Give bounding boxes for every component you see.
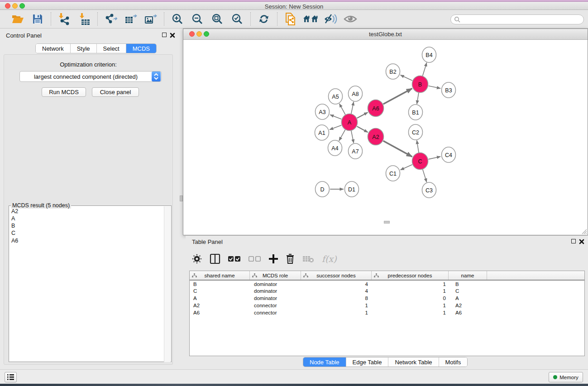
tab-network-table[interactable]: Network Table bbox=[388, 357, 439, 367]
edge-B-B3[interactable] bbox=[429, 86, 441, 88]
trash-icon[interactable] bbox=[286, 254, 295, 264]
edge-B-B2[interactable] bbox=[401, 75, 412, 81]
edge-B-B1[interactable] bbox=[417, 93, 419, 104]
column-header-MCDS-role[interactable]: MCDS role bbox=[250, 271, 301, 280]
function-builder-icon[interactable]: f(x) bbox=[322, 254, 337, 264]
node-B1[interactable]: B1 bbox=[409, 105, 423, 120]
network-window-titlebar[interactable]: testGlobe.txt bbox=[183, 29, 588, 40]
window-resize-grip[interactable] bbox=[581, 229, 587, 234]
network-canvas[interactable]: AA6A2BCA1A3A4A5A7A8B1B2B3B4C1C2C3C4DD1 bbox=[183, 40, 588, 235]
save-session-button[interactable] bbox=[30, 12, 45, 26]
export-network-button[interactable] bbox=[103, 12, 119, 26]
column-header-successor-nodes[interactable]: successor nodes bbox=[301, 271, 372, 280]
zoom-in-button[interactable] bbox=[170, 12, 185, 26]
hide-details-button[interactable] bbox=[323, 12, 338, 26]
table-row[interactable]: Bdominator41B bbox=[190, 281, 584, 288]
search-input[interactable] bbox=[450, 14, 584, 24]
node-B4[interactable]: B4 bbox=[422, 47, 436, 62]
node-D1[interactable]: D1 bbox=[345, 181, 359, 197]
column-header-shared-name[interactable]: shared name bbox=[190, 271, 250, 280]
edge-A2-C[interactable] bbox=[383, 141, 412, 157]
tab-motifs[interactable]: Motifs bbox=[439, 357, 468, 367]
import-table-button[interactable] bbox=[76, 12, 92, 26]
run-mcds-button[interactable]: Run MCDS bbox=[42, 87, 86, 97]
table-row[interactable]: Adominator80A bbox=[190, 295, 584, 302]
node-A5[interactable]: A5 bbox=[329, 89, 343, 104]
edge-A-A1[interactable] bbox=[330, 125, 341, 130]
node-B2[interactable]: B2 bbox=[386, 64, 400, 79]
node-A3[interactable]: A3 bbox=[316, 104, 330, 119]
node-A1[interactable]: A1 bbox=[315, 125, 329, 140]
import-network-button[interactable] bbox=[57, 12, 72, 26]
result-item[interactable]: A bbox=[10, 214, 164, 222]
delete-table-icon[interactable] bbox=[302, 255, 314, 263]
unchecked-boxes-icon[interactable] bbox=[249, 256, 261, 262]
task-history-button[interactable] bbox=[5, 372, 17, 382]
memory-button[interactable]: Memory bbox=[549, 372, 583, 382]
edge-A6-B[interactable] bbox=[383, 89, 412, 104]
table-row[interactable]: A2connector11A2 bbox=[190, 302, 584, 309]
tab-select[interactable]: Select bbox=[97, 44, 126, 53]
refresh-button[interactable] bbox=[256, 12, 272, 26]
edge-C-C4[interactable] bbox=[429, 157, 441, 159]
column-header-name[interactable]: name bbox=[449, 271, 487, 280]
edge-A-A7[interactable] bbox=[351, 131, 354, 143]
close-icon[interactable] bbox=[170, 33, 175, 38]
result-item[interactable]: C bbox=[10, 229, 164, 237]
edge-A-A8[interactable] bbox=[351, 102, 354, 114]
gear-icon[interactable] bbox=[192, 254, 202, 264]
export-table-button[interactable] bbox=[123, 12, 139, 26]
edge-C-C3[interactable] bbox=[423, 169, 427, 182]
checked-boxes-icon[interactable] bbox=[228, 256, 241, 262]
node-C4[interactable]: C4 bbox=[442, 147, 456, 162]
close-icon[interactable] bbox=[579, 239, 584, 244]
node-A2[interactable]: A2 bbox=[368, 129, 384, 145]
tab-network[interactable]: Network bbox=[36, 44, 71, 53]
edge-C-C1[interactable] bbox=[401, 165, 412, 170]
node-A6[interactable]: A6 bbox=[368, 100, 384, 117]
edge-C-C2[interactable] bbox=[417, 140, 419, 152]
node-A[interactable]: A bbox=[342, 114, 358, 131]
node-A8[interactable]: A8 bbox=[349, 86, 363, 101]
zoom-out-button[interactable] bbox=[190, 12, 205, 26]
node-B3[interactable]: B3 bbox=[442, 82, 456, 98]
houses-button[interactable] bbox=[303, 12, 318, 26]
tab-mcds[interactable]: MCDS bbox=[126, 44, 156, 53]
tab-edge-table[interactable]: Edge Table bbox=[346, 357, 389, 367]
tab-style[interactable]: Style bbox=[71, 44, 97, 53]
node-B[interactable]: B bbox=[412, 76, 428, 93]
edge-A-A2[interactable] bbox=[357, 126, 368, 132]
float-window-icon[interactable] bbox=[571, 239, 576, 243]
close-panel-button[interactable]: Close panel bbox=[92, 87, 139, 97]
zoom-fit-button[interactable] bbox=[210, 12, 225, 26]
zoom-selected-button[interactable] bbox=[229, 12, 245, 26]
node-A7[interactable]: A7 bbox=[349, 143, 363, 159]
result-item[interactable]: A6 bbox=[10, 237, 164, 244]
result-item[interactable]: A2 bbox=[10, 207, 164, 214]
table-row[interactable]: Cdominator41C bbox=[190, 288, 584, 295]
add-row-icon[interactable] bbox=[269, 254, 278, 263]
result-list-scrollbar[interactable] bbox=[164, 206, 171, 362]
node-D[interactable]: D bbox=[316, 181, 330, 197]
edge-A-A5[interactable] bbox=[339, 104, 345, 114]
edge-A-A3[interactable] bbox=[330, 115, 341, 119]
eye-button[interactable] bbox=[343, 12, 358, 26]
column-header-predecessor-nodes[interactable]: predecessor nodes bbox=[372, 271, 449, 280]
table-row[interactable]: A6connector11A6 bbox=[190, 309, 584, 316]
node-C[interactable]: C bbox=[412, 153, 428, 170]
edge-A-A6[interactable] bbox=[357, 112, 368, 118]
criterion-dropdown[interactable]: largest connected component (directed) bbox=[19, 71, 162, 82]
node-C1[interactable]: C1 bbox=[386, 166, 400, 181]
node-A4[interactable]: A4 bbox=[328, 140, 342, 156]
edge-A-A4[interactable] bbox=[339, 130, 345, 141]
mcds-result-list[interactable]: A2ABCA6 bbox=[10, 207, 164, 361]
pane-scrollbar-thumb[interactable] bbox=[180, 195, 183, 201]
tab-node-table[interactable]: Node Table bbox=[303, 357, 346, 367]
columns-icon[interactable] bbox=[210, 253, 220, 264]
result-item[interactable]: B bbox=[10, 222, 164, 229]
export-image-button[interactable] bbox=[143, 12, 158, 26]
copy-network-button[interactable] bbox=[283, 12, 298, 26]
edge-B-B4[interactable] bbox=[423, 62, 427, 76]
canvas-h-scrollbar-thumb[interactable] bbox=[384, 221, 390, 224]
float-window-icon[interactable] bbox=[162, 33, 167, 37]
